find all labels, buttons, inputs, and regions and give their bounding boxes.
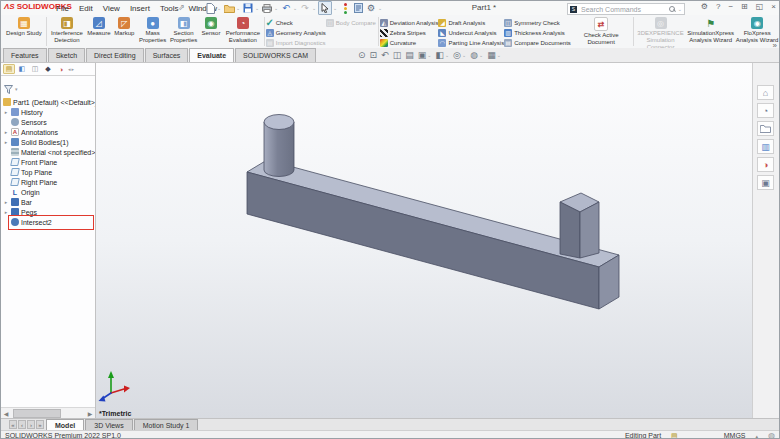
scroll-right-icon[interactable]: ▶	[85, 410, 95, 417]
open-caret-icon[interactable]: ⌄	[236, 5, 241, 11]
dynamic-annotation-icon[interactable]: ▤	[405, 50, 414, 60]
select-tool-button[interactable]	[318, 1, 332, 15]
tab-sketch[interactable]: Sketch	[48, 48, 85, 62]
select-caret-icon[interactable]: ⌄	[333, 5, 338, 11]
close-button[interactable]: ×	[771, 2, 776, 11]
file-explorer-icon[interactable]: ▥	[757, 139, 774, 154]
configurationmanager-tab[interactable]: ◫	[29, 64, 41, 74]
tree-item-intersect2[interactable]: Intersect2	[1, 217, 95, 227]
save-button[interactable]	[242, 2, 254, 14]
tree-item-material[interactable]: Material <not specified>	[1, 147, 95, 157]
expand-arrow-icon[interactable]: ▸	[3, 209, 9, 215]
tree-item-front-plane[interactable]: Front Plane	[1, 157, 95, 167]
ribbon-zebra-stripes-button[interactable]: Zebra Stripes	[380, 28, 439, 37]
tree-item-annotations[interactable]: ▸ A Annotations	[1, 127, 95, 137]
file-properties-button[interactable]	[352, 2, 364, 14]
ribbon-deviation-analysis-button[interactable]: ◭ Deviation Analysis	[380, 18, 439, 27]
edit-appearance-button[interactable]: ◍⌄	[470, 50, 483, 60]
filter-caret-icon[interactable]: ▾	[15, 86, 18, 92]
new-document-button[interactable]	[204, 2, 216, 14]
search-caret-icon[interactable]: ⌄	[678, 6, 682, 12]
propertymanager-tab[interactable]: ◧	[16, 64, 28, 74]
options-caret-icon[interactable]: ⌄	[378, 5, 383, 11]
custom-properties-icon[interactable]: ▣	[757, 175, 774, 190]
displaymanager-tab[interactable]: ◑	[55, 64, 67, 74]
print-button[interactable]	[261, 2, 273, 14]
scrollbar-thumb[interactable]	[13, 409, 61, 418]
tree-item-sensors[interactable]: Sensors	[1, 117, 95, 127]
ribbon-mass-properties-button[interactable]: ● Mass Properties	[137, 15, 168, 48]
ribbon-thickness-analysis-button[interactable]: ▥ Thickness Analysis	[504, 28, 570, 37]
dimxpertmanager-tab[interactable]: ◆	[42, 64, 54, 74]
undo-caret-icon[interactable]: ⌄	[293, 5, 298, 11]
zoom-to-fit-icon[interactable]: ⊙	[358, 50, 366, 60]
featuremanager-tree-tab[interactable]: ▤	[3, 64, 15, 74]
ribbon-parting-line-analysis-button[interactable]: ◠ Parting Line Analysis	[438, 38, 504, 47]
last-tab-icon[interactable]: »	[36, 420, 44, 429]
peg-side-face[interactable]	[580, 202, 599, 258]
tree-item-solid-bodies[interactable]: ▸ Solid Bodies(1)	[1, 137, 95, 147]
expand-arrow-icon[interactable]: ▸	[3, 199, 9, 205]
menu-edit[interactable]: Edit	[79, 4, 93, 13]
help-options-gear-icon[interactable]: ⚙	[701, 2, 708, 11]
cylinder-body[interactable]	[264, 122, 294, 177]
help-button[interactable]: ?	[716, 2, 720, 11]
tags-icon[interactable]: ◍	[768, 431, 775, 439]
peg-front-face[interactable]	[560, 202, 580, 258]
ribbon-check-active-document-button[interactable]: ⇄ Check Active Document ⌄	[570, 15, 632, 48]
panel-tab-scroll-left-icon[interactable]: ◂	[68, 66, 71, 72]
rebuild-button[interactable]	[339, 2, 351, 14]
tree-root-part[interactable]: Part1 (Default) <<Default>_Di	[1, 97, 95, 107]
units-label[interactable]: MMGS	[724, 432, 746, 439]
tab-solidworks-cam[interactable]: SOLIDWORKS CAM	[235, 48, 316, 62]
display-style-button[interactable]: ◧⌄	[435, 50, 449, 60]
menu-file[interactable]: File	[56, 4, 69, 13]
graphics-viewport[interactable]: *Trimetric	[96, 63, 754, 418]
tab-model[interactable]: Model	[46, 419, 84, 430]
next-tab-icon[interactable]: ›	[27, 420, 35, 429]
tab-features[interactable]: Features	[3, 48, 47, 62]
tree-item-origin[interactable]: L Origin	[1, 187, 95, 197]
tab-3d-views[interactable]: 3D Views	[85, 419, 132, 430]
save-caret-icon[interactable]: ⌄	[255, 5, 260, 11]
open-button[interactable]	[223, 2, 235, 14]
first-tab-icon[interactable]: «	[9, 420, 17, 429]
redo-caret-icon[interactable]: ⌄	[312, 5, 317, 11]
panel-tab-scroll-right-icon[interactable]: ▸	[72, 66, 75, 72]
redo-button[interactable]: ↷	[299, 2, 311, 14]
tab-surfaces[interactable]: Surfaces	[145, 48, 189, 62]
filter-funnel-icon[interactable]	[4, 85, 13, 94]
menu-insert[interactable]: Insert	[130, 4, 150, 13]
tree-item-top-plane[interactable]: Top Plane	[1, 167, 95, 177]
scroll-left-icon[interactable]: ◀	[1, 410, 11, 417]
ribbon-compare-documents-button[interactable]: ▤ Compare Documents	[504, 38, 570, 47]
ribbon-draft-analysis-button[interactable]: ◢ Draft Analysis	[438, 18, 504, 27]
ribbon-interference-detection-button[interactable]: ◨ Interference Detection	[48, 15, 86, 48]
expand-arrow-icon[interactable]: ▸	[3, 109, 9, 115]
tab-direct-editing[interactable]: Direct Editing	[86, 48, 144, 62]
print-caret-icon[interactable]: ⌄	[274, 5, 279, 11]
ribbon-simulationxpress-wizard-button[interactable]: ⚑ SimulationXpress Analysis Wizard	[686, 15, 735, 48]
ribbon-performance-evaluation-button[interactable]: ◔ Performance Evaluation	[223, 15, 263, 48]
tree-item-bar[interactable]: ▸ Bar	[1, 197, 95, 207]
design-library-folder-icon[interactable]	[757, 121, 774, 136]
menu-tools[interactable]: Tools	[160, 4, 179, 13]
search-icon[interactable]	[669, 6, 676, 13]
ribbon-check-button[interactable]: ✓ Check	[266, 18, 326, 27]
ribbon-curvature-button[interactable]: Curvature	[380, 38, 439, 47]
units-caret-icon[interactable]: ▴	[756, 433, 759, 439]
cylinder-top-face[interactable]	[264, 115, 294, 130]
previous-tab-icon[interactable]: ‹	[18, 420, 26, 429]
tab-motion-study-1[interactable]: Motion Study 1	[134, 419, 199, 430]
home-button[interactable]: ⌂	[191, 2, 203, 14]
options-button[interactable]: ⚙	[365, 2, 377, 14]
cylinder-peg[interactable]	[264, 115, 294, 177]
restore-button[interactable]: ◱	[756, 2, 764, 11]
3dexperience-marketplace-icon[interactable]: ◔	[757, 103, 774, 118]
search-commands-box[interactable]: S ⌄	[567, 3, 685, 15]
hide-show-items-button[interactable]: ◎⌄	[453, 50, 466, 60]
ribbon-geometry-analysis-button[interactable]: ◬ Geometry Analysis	[266, 28, 326, 37]
ribbon-section-properties-button[interactable]: ◧ Section Properties	[168, 15, 199, 48]
new-caret-icon[interactable]: ⌄	[217, 5, 222, 11]
ribbon-design-study-button[interactable]: ▦ Design Study	[3, 15, 45, 48]
